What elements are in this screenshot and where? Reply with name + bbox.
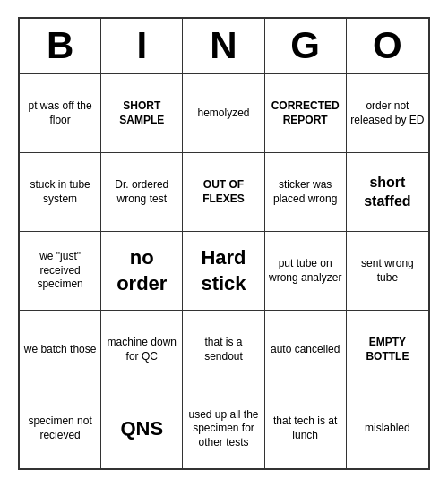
bingo-cell-22[interactable]: used up all the specimen for other tests xyxy=(183,389,264,468)
bingo-cell-8[interactable]: sticker was placed wrong xyxy=(265,153,347,232)
bingo-cell-13[interactable]: put tube on wrong analyzer xyxy=(265,232,347,311)
bingo-cell-0[interactable]: pt was off the floor xyxy=(20,74,101,153)
bingo-cell-14[interactable]: sent wrong tube xyxy=(347,232,428,311)
bingo-letter-o: O xyxy=(347,19,428,73)
bingo-header: BINGO xyxy=(20,19,428,74)
bingo-cell-19[interactable]: EMPTY BOTTLE xyxy=(347,311,428,389)
bingo-letter-n: N xyxy=(183,19,264,73)
bingo-cell-1[interactable]: SHORT SAMPLE xyxy=(101,74,183,153)
bingo-cell-23[interactable]: that tech is at lunch xyxy=(265,389,347,468)
bingo-cell-2[interactable]: hemolyzed xyxy=(183,74,264,153)
bingo-grid: pt was off the floorSHORT SAMPLEhemolyze… xyxy=(20,74,428,468)
bingo-cell-4[interactable]: order not released by ED xyxy=(347,74,428,153)
bingo-cell-12[interactable]: Hard stick xyxy=(183,232,264,311)
bingo-cell-10[interactable]: we "just" received specimen xyxy=(20,232,101,311)
bingo-cell-20[interactable]: specimen not recieved xyxy=(20,389,101,468)
bingo-cell-15[interactable]: we batch those xyxy=(20,311,101,389)
bingo-cell-9[interactable]: short staffed xyxy=(347,153,428,232)
bingo-letter-i: I xyxy=(101,19,183,73)
bingo-cell-3[interactable]: CORRECTED REPORT xyxy=(265,74,347,153)
bingo-cell-5[interactable]: stuck in tube system xyxy=(20,153,101,232)
bingo-cell-6[interactable]: Dr. ordered wrong test xyxy=(101,153,183,232)
bingo-cell-7[interactable]: OUT OF FLEXES xyxy=(183,153,264,232)
bingo-cell-24[interactable]: mislabled xyxy=(347,389,428,468)
bingo-letter-b: B xyxy=(20,19,101,73)
bingo-card: BINGO pt was off the floorSHORT SAMPLEhe… xyxy=(18,17,430,470)
bingo-cell-21[interactable]: QNS xyxy=(101,389,183,468)
bingo-cell-17[interactable]: that is a sendout xyxy=(183,311,264,389)
bingo-cell-16[interactable]: machine down for QC xyxy=(101,311,183,389)
bingo-cell-11[interactable]: no order xyxy=(101,232,183,311)
bingo-cell-18[interactable]: auto cancelled xyxy=(265,311,347,389)
bingo-letter-g: G xyxy=(265,19,347,73)
